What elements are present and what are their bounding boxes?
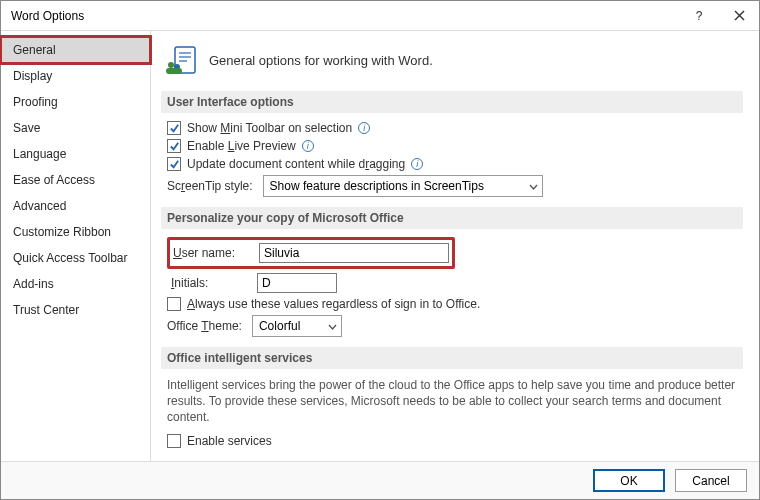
sidebar-item-label: Save <box>13 121 40 135</box>
office-theme-label: Office Theme: <box>167 319 242 333</box>
sidebar-item-label: General <box>13 43 56 57</box>
input-value: Siluvia <box>264 246 299 260</box>
username-row: User name: Siluvia <box>167 237 743 269</box>
sidebar-item-language[interactable]: Language <box>1 141 150 167</box>
section-personalize: Personalize your copy of Microsoft Offic… <box>161 207 743 229</box>
sidebar-item-add-ins[interactable]: Add-ins <box>1 271 150 297</box>
sidebar-item-advanced[interactable]: Advanced <box>1 193 150 219</box>
chevron-down-icon <box>328 319 337 333</box>
checkbox-label: Update document content while dragging <box>187 157 405 171</box>
window-title: Word Options <box>11 9 679 23</box>
sidebar-item-label: Quick Access Toolbar <box>13 251 128 265</box>
input-value: D <box>262 276 271 290</box>
checkbox-always-use-values[interactable]: Always use these values regardless of si… <box>167 297 743 311</box>
svg-rect-8 <box>166 68 182 74</box>
select-value: Show feature descriptions in ScreenTips <box>270 179 484 193</box>
initials-label: Initials: <box>171 276 247 290</box>
sidebar-item-display[interactable]: Display <box>1 63 150 89</box>
checkbox-drag-update[interactable]: Update document content while dragging i <box>167 157 743 171</box>
titlebar: Word Options ? <box>1 1 759 31</box>
sidebar-item-proofing[interactable]: Proofing <box>1 89 150 115</box>
dialog-footer: OK Cancel <box>1 461 759 499</box>
close-button[interactable] <box>719 1 759 31</box>
close-icon <box>734 10 745 21</box>
sidebar-item-quick-access-toolbar[interactable]: Quick Access Toolbar <box>1 245 150 271</box>
checkbox-label: Always use these values regardless of si… <box>187 297 480 311</box>
checkbox-icon <box>167 139 181 153</box>
checkbox-icon <box>167 297 181 311</box>
sidebar-item-label: Language <box>13 147 66 161</box>
checkbox-label: Enable Live Preview <box>187 139 296 153</box>
chevron-down-icon <box>529 179 538 193</box>
cancel-button[interactable]: Cancel <box>675 469 747 492</box>
help-button[interactable]: ? <box>679 1 719 31</box>
checkbox-mini-toolbar[interactable]: Show Mini Toolbar on selection i <box>167 121 743 135</box>
screentip-style-label: ScreenTip style: <box>167 179 253 193</box>
intelligent-services-blurb: Intelligent services bring the power of … <box>167 377 737 426</box>
username-label: User name: <box>173 246 249 260</box>
office-theme-select[interactable]: Colorful <box>252 315 342 337</box>
checkbox-icon <box>167 157 181 171</box>
sidebar-item-customize-ribbon[interactable]: Customize Ribbon <box>1 219 150 245</box>
select-value: Colorful <box>259 319 300 333</box>
info-icon[interactable]: i <box>411 158 423 170</box>
sidebar-item-label: Ease of Access <box>13 173 95 187</box>
initials-row: Initials: D <box>167 273 743 293</box>
sidebar-item-trust-center[interactable]: Trust Center <box>1 297 150 323</box>
username-input[interactable]: Siluvia <box>259 243 449 263</box>
checkbox-icon <box>167 434 181 448</box>
options-content: General options for working with Word. U… <box>151 31 759 461</box>
checkbox-icon <box>167 121 181 135</box>
checkbox-live-preview[interactable]: Enable Live Preview i <box>167 139 743 153</box>
checkbox-enable-services[interactable]: Enable services <box>167 434 743 448</box>
username-highlight: User name: Siluvia <box>167 237 455 269</box>
dialog-body: General Display Proofing Save Language E… <box>1 31 759 461</box>
section-ui-options: User Interface options <box>161 91 743 113</box>
sidebar-item-general[interactable]: General <box>1 37 150 63</box>
page-intro: General options for working with Word. <box>165 45 743 75</box>
office-theme-row: Office Theme: Colorful <box>167 315 743 337</box>
initials-input[interactable]: D <box>257 273 337 293</box>
screentip-style-row: ScreenTip style: Show feature descriptio… <box>167 175 743 197</box>
category-sidebar: General Display Proofing Save Language E… <box>1 31 151 461</box>
sidebar-item-label: Add-ins <box>13 277 54 291</box>
page-intro-text: General options for working with Word. <box>209 53 433 68</box>
section-intelligent-services: Office intelligent services <box>161 347 743 369</box>
sidebar-item-label: Customize Ribbon <box>13 225 111 239</box>
word-options-window: Word Options ? General Display Proofing … <box>0 0 760 500</box>
sidebar-item-label: Trust Center <box>13 303 79 317</box>
screentip-style-select[interactable]: Show feature descriptions in ScreenTips <box>263 175 543 197</box>
ok-button[interactable]: OK <box>593 469 665 492</box>
info-icon[interactable]: i <box>302 140 314 152</box>
sidebar-item-ease-of-access[interactable]: Ease of Access <box>1 167 150 193</box>
checkbox-label: Show Mini Toolbar on selection <box>187 121 352 135</box>
svg-point-6 <box>168 62 174 68</box>
sidebar-item-label: Proofing <box>13 95 58 109</box>
info-icon[interactable]: i <box>358 122 370 134</box>
sidebar-item-save[interactable]: Save <box>1 115 150 141</box>
sidebar-item-label: Display <box>13 69 52 83</box>
general-options-icon <box>165 45 199 75</box>
sidebar-item-label: Advanced <box>13 199 66 213</box>
button-label: Cancel <box>692 474 729 488</box>
checkbox-label: Enable services <box>187 434 272 448</box>
button-label: OK <box>620 474 637 488</box>
